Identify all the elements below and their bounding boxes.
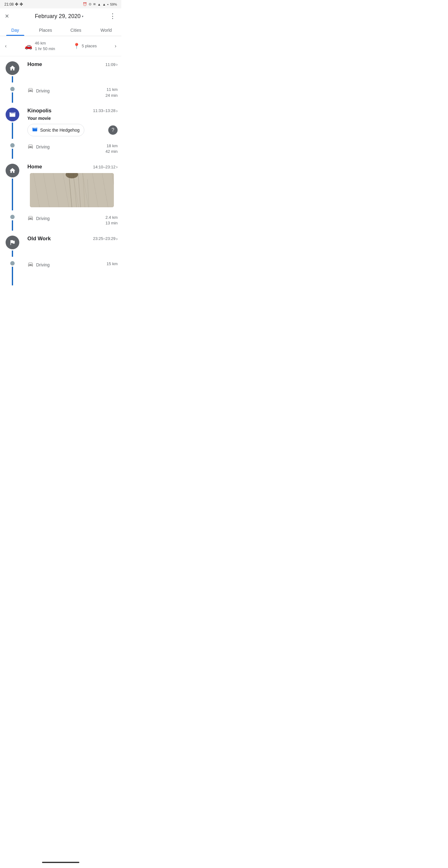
places-summary: 📍 5 places xyxy=(73,43,97,50)
home-icon-1 xyxy=(6,61,19,75)
seg-2-car-icon xyxy=(27,143,34,151)
left-col-home-2 xyxy=(0,159,25,210)
home-2-top: Home 14:10–23:12 › xyxy=(25,159,121,207)
left-col-seg-4 xyxy=(0,257,25,285)
cinema-icon xyxy=(6,108,19,121)
svg-line-2 xyxy=(73,173,76,207)
prev-day-button[interactable]: ‹ xyxy=(5,43,6,49)
left-col-seg-1 xyxy=(0,83,25,102)
film-icon xyxy=(32,127,38,133)
alarm-icon: ⏰ xyxy=(83,2,87,6)
pin-icon: 📍 xyxy=(73,43,80,50)
right-col-seg-3: Driving 2.4 km 13 min xyxy=(25,210,121,230)
home-1-row[interactable]: Home 11:09 › xyxy=(27,61,118,67)
svg-point-6 xyxy=(66,173,78,178)
svg-line-4 xyxy=(83,173,85,207)
header-title[interactable]: February 29, 2020 ▾ xyxy=(35,13,84,20)
battery-percent: 59% xyxy=(110,2,117,6)
kinopolis-top: Kinopolis 11:33–13:28 › xyxy=(25,103,121,114)
distance-duration: 46 km 1 hr 50 min xyxy=(35,40,55,52)
segment-4: Driving 15 km xyxy=(0,257,121,285)
places-count: 5 places xyxy=(82,43,97,49)
tab-world[interactable]: World xyxy=(91,24,122,36)
line-1 xyxy=(12,76,13,83)
seg-3-content: Driving 2.4 km 13 min xyxy=(25,210,121,230)
seg-4-content: Driving 15 km xyxy=(25,257,121,273)
dot-4 xyxy=(10,261,14,266)
kinopolis-chevron: › xyxy=(116,108,118,113)
driving-summary: 🚗 46 km 1 hr 50 min xyxy=(25,40,55,52)
kinopolis-time: 11:33–13:28 xyxy=(93,108,116,113)
home-2-chevron: › xyxy=(116,164,118,169)
tab-day[interactable]: Day xyxy=(0,24,31,36)
kinopolis-row[interactable]: Kinopolis 11:33–13:28 › xyxy=(27,108,118,114)
old-work-time-row: 23:25–23:29 › xyxy=(93,236,118,241)
home-1-time: 11:09 xyxy=(105,62,116,67)
svg-line-1 xyxy=(69,173,72,207)
dot-1 xyxy=(10,87,14,91)
svg-rect-0 xyxy=(30,173,114,207)
seg-1-label: Driving xyxy=(36,88,50,93)
line-kinopolis xyxy=(12,123,13,139)
home-entry-1: Home 11:09 › xyxy=(0,56,121,83)
tab-cities[interactable]: Cities xyxy=(61,24,91,36)
total-duration: 1 hr 50 min xyxy=(35,46,55,52)
old-work-row[interactable]: Old Work 23:25–23:29 › xyxy=(27,236,118,242)
wifi-icon: ▲ xyxy=(97,2,101,6)
line-seg-1 xyxy=(12,92,13,102)
date-label: February 29, 2020 xyxy=(35,13,81,20)
kinopolis-time-row: 11:33–13:28 › xyxy=(93,108,118,113)
seg-1-content: Driving 11 km 24 min xyxy=(25,83,121,102)
photo-svg xyxy=(30,173,114,207)
tab-places[interactable]: Places xyxy=(31,24,61,36)
old-work-top: Old Work 23:25–23:29 › xyxy=(25,230,121,242)
seg-4-label: Driving xyxy=(36,262,50,267)
app-header: × February 29, 2020 ▾ ⋮ xyxy=(0,8,121,24)
date-dropdown-icon: ▾ xyxy=(82,14,84,18)
next-day-button[interactable]: › xyxy=(115,43,116,49)
close-button[interactable]: × xyxy=(5,13,9,20)
battery-icon: ▪ xyxy=(107,2,108,6)
tab-bar: Day Places Cities World xyxy=(0,24,121,36)
seg-2-label: Driving xyxy=(36,145,50,149)
left-col-seg-2 xyxy=(0,139,25,159)
right-col-home-2: Home 14:10–23:12 › xyxy=(25,159,121,210)
old-work-time: 23:25–23:29 xyxy=(93,236,116,241)
segment-1: Driving 11 km 24 min xyxy=(0,83,121,102)
line-home-2 xyxy=(12,179,13,210)
more-menu-button[interactable]: ⋮ xyxy=(109,12,116,20)
home-2-time-row: 14:10–23:12 › xyxy=(93,164,118,169)
line-seg-4 xyxy=(12,267,13,285)
seg-3-label: Driving xyxy=(36,216,50,221)
kinopolis-entry: Kinopolis 11:33–13:28 › Your movie xyxy=(0,103,121,139)
status-time: 21:08 xyxy=(4,2,14,6)
seg-1-car-icon xyxy=(27,87,34,95)
old-work-name: Old Work xyxy=(27,236,51,242)
signal-icon: ▲ xyxy=(102,2,106,6)
home-1-time-row: 11:09 › xyxy=(105,62,118,67)
segment-3: Driving 2.4 km 13 min xyxy=(0,210,121,230)
photo-thumbnail[interactable] xyxy=(30,173,114,207)
status-left: 21:08 ✤ ✤ xyxy=(4,2,23,6)
status-icon-1: ✤ xyxy=(15,2,18,6)
timeline: Home 11:09 › xyxy=(0,56,121,285)
seg-4-dist: 15 km xyxy=(107,261,118,267)
help-button[interactable]: ? xyxy=(108,125,118,135)
right-col-seg-1: Driving 11 km 24 min xyxy=(25,83,121,102)
right-col-old-work: Old Work 23:25–23:29 › xyxy=(25,230,121,257)
home-1-content: Home 11:09 › xyxy=(25,56,121,67)
home-2-time: 14:10–23:12 xyxy=(93,165,116,169)
photo-content xyxy=(30,173,114,207)
seg-4-car-icon xyxy=(27,261,34,269)
old-work-chevron: › xyxy=(116,236,118,241)
status-right: ⏰ ⊙ ≋ ▲ ▲ ▪ 59% xyxy=(83,2,117,6)
seg-3-left: Driving xyxy=(27,215,50,222)
left-col-seg-3 xyxy=(0,210,25,230)
seg-1-left: Driving xyxy=(27,87,50,95)
home-2-row[interactable]: Home 14:10–23:12 › xyxy=(27,164,118,170)
movie-chip[interactable]: Sonic the Hedgehog xyxy=(27,124,84,136)
home-icon-2 xyxy=(6,164,19,177)
line-seg-3 xyxy=(12,220,13,230)
seg-4-left: Driving xyxy=(27,261,50,269)
home-entry-2: Home 14:10–23:12 › xyxy=(0,159,121,210)
